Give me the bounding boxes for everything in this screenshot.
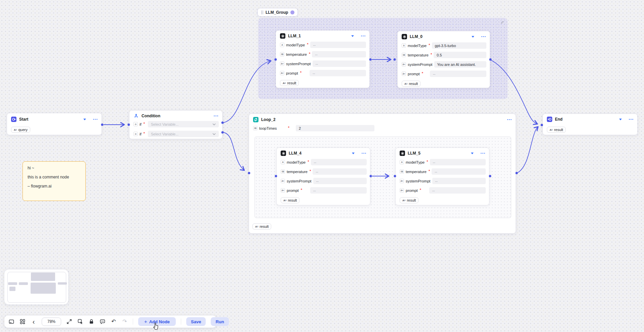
llm1-node[interactable]: LLM_1 A modelType * -- 08 temperature * … [276, 30, 370, 88]
lock-icon[interactable] [88, 319, 94, 325]
llm-icon [402, 34, 407, 39]
loop-menu-icon[interactable] [507, 119, 512, 120]
required-marker: * [427, 160, 428, 164]
end-result-tag: A≡ result [547, 127, 566, 133]
llm1-menu-icon[interactable] [361, 36, 365, 37]
llm5-node[interactable]: LLM_5 A modelType * -- 08 temperature * … [395, 148, 489, 205]
comment-tool-icon[interactable] [99, 319, 106, 325]
system-prompt-input[interactable]: -- [432, 178, 486, 184]
edge-loop-end [517, 127, 538, 173]
field-label: modelType [408, 44, 427, 48]
add-node-button[interactable]: + Add Node [138, 317, 176, 326]
minimap-block-condition [19, 282, 28, 285]
llm0-menu-icon[interactable] [481, 36, 486, 37]
prompt-input[interactable]: -- [310, 70, 366, 76]
temperature-input[interactable]: -- [313, 168, 367, 175]
if-variable-select[interactable]: Select Variable... [148, 121, 219, 127]
field-value: -- [316, 170, 318, 174]
loop-times-input[interactable]: 2 [296, 125, 374, 131]
end-node[interactable]: End A≡ result [542, 114, 638, 135]
run-button[interactable]: Run [211, 317, 229, 326]
end-menu-icon[interactable] [629, 119, 633, 120]
comment-line: hi ~ [28, 165, 81, 171]
field-value: -- [315, 52, 317, 56]
llm4-node[interactable]: LLM_4 A modelType * -- 08 temperature * … [276, 148, 370, 205]
llm5-result-tag: A≡ result [400, 197, 418, 203]
fit-view-icon[interactable] [66, 319, 72, 325]
llm5-expand-caret[interactable] [471, 153, 474, 154]
if-label: if [139, 122, 142, 126]
model-type-input[interactable]: gpt-3.5-turbo [432, 42, 486, 49]
prompt-input[interactable]: -- [430, 71, 486, 77]
field-value: -- [316, 62, 318, 66]
toolbar-divider [133, 319, 133, 325]
plus-icon: + [144, 319, 147, 324]
condition-menu-icon[interactable] [214, 116, 218, 117]
required-marker: * [310, 169, 311, 173]
select-placeholder: Select Variable... [151, 132, 178, 136]
field-label: modelType [286, 43, 305, 47]
start-menu-icon[interactable] [93, 119, 97, 120]
temperature-input[interactable]: -- [432, 168, 486, 175]
group-color-swatch[interactable] [290, 10, 294, 14]
loop-result-tag: A≡ result [252, 223, 271, 230]
condition-node[interactable]: Condition ⊙ if * Select Variable... ⊙ if… [129, 110, 223, 139]
llm0-node[interactable]: LLM_0 A modelType * gpt-3.5-turbo 08 tem… [397, 31, 490, 88]
llm1-expand-caret[interactable] [351, 35, 354, 37]
model-type-input[interactable]: -- [310, 42, 366, 48]
system-prompt-input[interactable]: -- [313, 60, 366, 67]
prompt-input[interactable]: -- [310, 187, 367, 194]
field-value: -- [313, 189, 316, 193]
required-marker: * [300, 71, 301, 75]
required-marker: * [301, 188, 302, 192]
redo-icon[interactable]: ↷ [122, 319, 128, 325]
field-value: -- [433, 72, 435, 76]
field-value: -- [316, 179, 319, 183]
field-label: prompt [287, 189, 299, 193]
auto-layout-icon[interactable] [19, 319, 26, 325]
temperature-input[interactable]: -- [312, 51, 366, 57]
select-mode-icon[interactable] [77, 319, 83, 325]
number-type-icon: 08 [400, 169, 404, 174]
text-type-icon: A≡ [281, 188, 285, 193]
loop-icon [253, 117, 258, 122]
if-variable-select[interactable]: Select Variable... [148, 131, 219, 137]
undo-icon[interactable]: ↶ [111, 319, 117, 325]
zoom-level-input[interactable] [42, 318, 61, 326]
if-type-icon: ⊙ [133, 122, 138, 126]
minimap[interactable] [4, 269, 69, 305]
comment-node[interactable]: hi ~ this is a comment node – flowgram.a… [23, 161, 86, 201]
drag-handle-icon[interactable] [261, 10, 263, 14]
collapse-panel-icon[interactable]: ‹ [31, 319, 37, 325]
group-label-pill[interactable]: LLM_Group [257, 8, 298, 16]
start-node[interactable]: Start A≡ query [7, 113, 102, 135]
llm4-expand-caret[interactable] [352, 153, 355, 154]
system-prompt-input[interactable]: You are an AI assistant. [434, 61, 487, 68]
start-expand-caret[interactable] [83, 119, 86, 120]
text-type-icon: A≡ [402, 199, 405, 202]
group-collapse-icon[interactable] [499, 19, 505, 25]
prompt-input[interactable]: -- [429, 187, 486, 194]
llm4-menu-icon[interactable] [362, 153, 366, 154]
field-label: prompt [406, 189, 418, 193]
model-type-input[interactable]: -- [311, 159, 367, 165]
string-type-icon: A [280, 43, 284, 47]
text-type-icon: A≡ [402, 62, 406, 67]
field-value: -- [313, 71, 315, 75]
save-button[interactable]: Save [186, 317, 206, 326]
number-type-icon: 08 [281, 169, 285, 174]
text-type-icon: A≡ [281, 179, 285, 183]
field-label: modelType [287, 160, 306, 164]
end-expand-caret[interactable] [619, 119, 622, 120]
system-prompt-input[interactable]: -- [313, 178, 367, 184]
start-node-title: Start [19, 117, 28, 122]
llm0-expand-caret[interactable] [472, 36, 474, 38]
flow-canvas[interactable]: { "ui": { "required_marker": "*" }, "gro… [0, 0, 644, 332]
temperature-input[interactable]: 0.5 [434, 52, 486, 58]
required-marker: * [429, 169, 430, 173]
llm5-menu-icon[interactable] [481, 153, 485, 154]
minimap-toggle-icon[interactable] [8, 319, 14, 325]
model-type-input[interactable]: -- [430, 159, 486, 165]
add-node-label: Add Node [149, 319, 170, 324]
number-type-icon: 08 [402, 53, 406, 57]
